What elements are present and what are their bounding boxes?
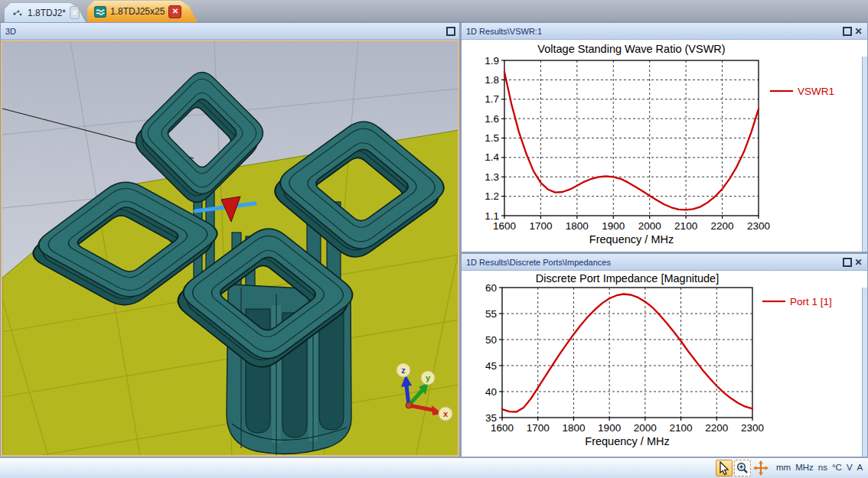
svg-text:1.6: 1.6: [485, 113, 499, 125]
svg-text:2000: 2000: [634, 422, 657, 434]
maximize-icon[interactable]: [841, 25, 853, 37]
svg-text:2100: 2100: [670, 422, 693, 434]
vswr-titlebar: 1D Results\VSWR:1 ✕: [462, 23, 867, 40]
svg-text:1900: 1900: [598, 422, 621, 434]
vswr-chart-area: 160017001800190020002100220023001.11.21.…: [462, 40, 867, 252]
unit-label: A: [857, 463, 863, 472]
waves-icon: [94, 6, 106, 18]
cursor-tool-button[interactable]: [716, 460, 733, 476]
close-icon[interactable]: ✕: [853, 256, 864, 268]
svg-text:1900: 1900: [602, 220, 625, 232]
svg-text:1600: 1600: [493, 220, 516, 232]
statusbar: mmMHzns°CVAC: [0, 457, 868, 478]
svg-text:1800: 1800: [566, 220, 589, 232]
svg-text:1700: 1700: [527, 422, 550, 434]
svg-text:Frequency / MHz: Frequency / MHz: [585, 435, 669, 447]
close-tab-icon[interactable]: ✕: [168, 5, 181, 18]
svg-text:1700: 1700: [529, 220, 552, 232]
svg-text:2100: 2100: [674, 220, 697, 232]
view3d-viewport[interactable]: z y x: [1, 40, 459, 457]
svg-text:1.8: 1.8: [485, 74, 499, 86]
zoom-tool-button[interactable]: [734, 460, 751, 476]
svg-text:Port 1 [1]: Port 1 [1]: [790, 296, 832, 307]
panel-edge-strip: [862, 288, 867, 457]
unit-labels: mmMHzns°CVAC: [776, 463, 866, 472]
svg-text:Voltage Standing Wave Ratio (V: Voltage Standing Wave Ratio (VSWR): [537, 43, 725, 55]
tab-label: 1.8TDJ25x25: [110, 6, 165, 17]
x-axis-label: x: [443, 409, 449, 418]
svg-text:1800: 1800: [562, 422, 585, 434]
close-icon[interactable]: ✕: [853, 25, 864, 37]
svg-text:VSWR1: VSWR1: [798, 86, 834, 97]
svg-text:2300: 2300: [747, 220, 770, 232]
statusbar-tools: [716, 460, 769, 476]
svg-text:1.9: 1.9: [485, 55, 499, 67]
svg-text:40: 40: [485, 386, 497, 398]
svg-text:1.5: 1.5: [485, 132, 499, 144]
svg-text:35: 35: [485, 412, 497, 424]
vswr-chart: 160017001800190020002100220023001.11.21.…: [462, 40, 860, 253]
panel-edge-strip: [862, 57, 867, 252]
model-dots-icon: [11, 7, 24, 18]
document-tabbar: 1.8TDJ2* ✕ 1.8TDJ25x25 ✕: [0, 0, 868, 22]
svg-text:Frequency / MHz: Frequency / MHz: [589, 233, 674, 246]
svg-text:2000: 2000: [638, 220, 661, 232]
svg-text:60: 60: [485, 282, 497, 294]
svg-text:1.7: 1.7: [485, 93, 499, 105]
vswr-results-panel: 1D Results\VSWR:1 ✕ 16001700180019002000…: [461, 22, 868, 252]
view3d-panel: 3D: [0, 22, 460, 457]
impedance-results-panel: 1D Results\Discrete Ports\Impedances ✕ 1…: [461, 253, 868, 457]
svg-text:2200: 2200: [711, 220, 734, 232]
svg-text:1.1: 1.1: [485, 210, 499, 222]
unit-label: mm: [776, 463, 791, 472]
panel-title: 1D Results\Discrete Ports\Impedances: [466, 258, 841, 267]
unit-label: °C: [832, 463, 842, 472]
svg-text:Discrete Port Impedance [Magni: Discrete Port Impedance [Magnitude]: [536, 272, 719, 285]
unit-label: MHz: [795, 463, 814, 472]
svg-text:1.2: 1.2: [485, 190, 499, 202]
app-window: 1.8TDJ2* ✕ 1.8TDJ25x25 ✕ 3D: [0, 0, 868, 478]
close-tab-icon[interactable]: ✕: [70, 6, 80, 19]
maximize-icon[interactable]: [445, 25, 456, 37]
svg-text:2200: 2200: [705, 422, 728, 434]
z-axis-label: z: [401, 366, 406, 375]
unit-label: ns: [818, 463, 827, 472]
tab-label: 1.8TDJ2*: [28, 8, 66, 18]
maximize-icon[interactable]: [841, 256, 853, 268]
svg-text:1.3: 1.3: [485, 171, 499, 183]
view3d-titlebar: 3D: [1, 23, 459, 40]
svg-text:50: 50: [485, 334, 497, 346]
svg-text:1600: 1600: [491, 422, 514, 434]
panel-title: 3D: [5, 27, 445, 36]
impedance-titlebar: 1D Results\Discrete Ports\Impedances ✕: [462, 254, 867, 271]
unit-label: V: [847, 463, 853, 472]
panel-title: 1D Results\VSWR:1: [466, 27, 841, 36]
svg-text:55: 55: [485, 308, 497, 320]
svg-text:1.4: 1.4: [485, 151, 499, 163]
svg-text:2300: 2300: [741, 422, 764, 434]
pan-cross-icon: [753, 460, 768, 476]
pan-tool-button[interactable]: [752, 460, 769, 476]
tab-1-8tdj2[interactable]: 1.8TDJ2* ✕: [5, 2, 86, 22]
impedance-chart-area: 1600170018001900200021002200230035404550…: [462, 271, 867, 457]
y-axis-label: y: [426, 373, 431, 382]
tab-1-8tdj25x25[interactable]: 1.8TDJ25x25 ✕: [87, 1, 197, 22]
impedance-chart: 1600170018001900200021002200230035404550…: [462, 271, 860, 458]
cursor-icon: [717, 461, 731, 475]
zoom-plus-icon: [736, 461, 749, 475]
svg-text:45: 45: [485, 360, 497, 372]
antenna-3d-scene: z y x: [2, 41, 458, 455]
axes-origin: [406, 402, 412, 408]
